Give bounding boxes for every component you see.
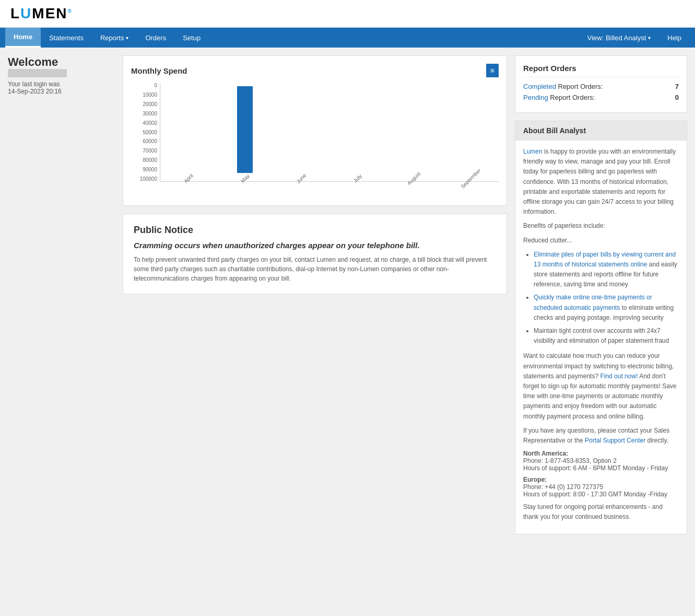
nav-statements[interactable]: Statements: [41, 29, 92, 47]
analyst-dropdown-arrow: ▾: [648, 35, 651, 41]
benefit-link-1[interactable]: Eliminate piles of paper bills by viewin…: [534, 251, 676, 268]
north-america-hours: Hours of support: 6 AM - 6PM MDT Monday …: [523, 464, 668, 472]
about-intro: Lumen is happy to provide you with an en…: [523, 147, 679, 217]
benefits-label: Benefits of paperless include:: [523, 221, 679, 231]
north-america-label: North America:: [523, 450, 679, 457]
bar-august: August: [391, 83, 437, 181]
north-america-contact: North America: Phone: 1-877-453-8353, Op…: [523, 450, 679, 472]
contact-intro: If you have any questions, please contac…: [523, 426, 679, 446]
pending-report-row: Pending Report Orders: 0: [523, 94, 679, 101]
europe-contact: Europe: Phone: +44 (0) 1270 727375 Hours…: [523, 476, 679, 498]
main-content: Welcome ████ ███████ Your last login was…: [0, 48, 695, 601]
nav-orders[interactable]: Orders: [137, 29, 174, 47]
user-name-blurred: ████ ███████: [8, 69, 67, 77]
welcome-section: Welcome ████ ███████ Your last login was…: [8, 55, 115, 95]
lumen-link[interactable]: Lumen: [523, 148, 543, 155]
nav-view-analyst[interactable]: View: Billed Analyst ▾: [579, 29, 659, 47]
about-bill-analyst-card: About Bill Analyst Lumen is happy to pro…: [515, 121, 687, 534]
benefits-list: Eliminate piles of paper bills by viewin…: [534, 250, 679, 346]
monthly-spend-card: Monthly Spend ≡ 100000 90000 80000 70000…: [123, 55, 507, 206]
completed-report-link[interactable]: Completed: [523, 83, 556, 90]
about-card-title: About Bill Analyst: [515, 121, 687, 141]
last-login-info: Your last login was 14-Sep-2023 20:16: [8, 80, 115, 95]
nav-right: View: Billed Analyst ▾ Help: [579, 29, 690, 47]
public-notice-subtitle: Cramming occurs when unauthorized charge…: [134, 241, 496, 250]
completed-report-row: Completed Report Orders: 7: [523, 83, 679, 90]
north-america-phone: Phone: 1-877-453-8353, Option 2: [523, 457, 617, 464]
chart-menu-button[interactable]: ≡: [486, 64, 499, 77]
bars-container: April May June: [160, 83, 499, 182]
benefit-link-2[interactable]: Quickly make online one-time payments or…: [534, 294, 652, 311]
report-orders-title: Report Orders: [523, 64, 679, 77]
completed-count: 7: [675, 83, 679, 90]
bar-july: July: [335, 83, 381, 181]
public-notice-card: Public Notice Cramming occurs when unaut…: [123, 214, 507, 294]
nav-home[interactable]: Home: [5, 28, 41, 48]
public-notice-title: Public Notice: [134, 225, 496, 236]
bar-april: April: [166, 83, 211, 181]
europe-phone: Phone: +44 (0) 1270 727375: [523, 483, 603, 491]
closing-text: Stay tuned for ongoing portal enhancemen…: [523, 502, 679, 522]
europe-label: Europe:: [523, 476, 679, 483]
y-axis: 100000 90000 80000 70000 60000 50000 400…: [131, 83, 160, 182]
left-sidebar: Welcome ████ ███████ Your last login was…: [8, 55, 123, 593]
portal-support-link[interactable]: Portal Support Center: [585, 437, 645, 444]
about-body2: Want to calculate how much you can reduc…: [523, 351, 679, 421]
nav-help[interactable]: Help: [659, 29, 690, 47]
pending-report-link[interactable]: Pending: [523, 94, 548, 101]
report-orders-card: Report Orders Completed Report Orders: 7…: [515, 55, 687, 113]
nav-reports[interactable]: Reports ▾: [92, 29, 137, 47]
find-out-link[interactable]: Find out now!: [600, 373, 638, 380]
pending-count: 0: [675, 94, 679, 101]
chart-inner: 100000 90000 80000 70000 60000 50000 400…: [131, 83, 499, 197]
chart-header: Monthly Spend ≡: [131, 64, 499, 77]
europe-hours: Hours of support: 8:00 - 17:30 GMT Monda…: [523, 491, 667, 498]
reduced-clutter: Reduced clutter...: [523, 236, 679, 246]
benefit-item-2: Quickly make online one-time payments or…: [534, 293, 679, 323]
chart-title: Monthly Spend: [131, 66, 187, 75]
bar-september: September: [447, 83, 493, 181]
center-column: Monthly Spend ≡ 100000 90000 80000 70000…: [123, 55, 515, 593]
chart-area: 100000 90000 80000 70000 60000 50000 400…: [131, 83, 499, 197]
benefit-item-1: Eliminate piles of paper bills by viewin…: [534, 250, 679, 290]
public-notice-body: To help prevent unwanted third party cha…: [134, 255, 496, 283]
logo: LUMEN®: [10, 5, 73, 22]
welcome-greeting: Welcome ████ ███████: [8, 55, 115, 77]
benefit-item-3: Maintain tight control over accounts wit…: [534, 326, 679, 346]
bar-june: June: [278, 83, 324, 181]
top-bar: LUMEN®: [0, 0, 695, 28]
reports-dropdown-arrow: ▾: [126, 35, 128, 41]
nav-setup[interactable]: Setup: [174, 29, 209, 47]
bar-may: May: [222, 83, 268, 181]
main-nav: Home Statements Reports ▾ Orders Setup V…: [0, 28, 695, 48]
right-column: Report Orders Completed Report Orders: 7…: [515, 55, 687, 593]
